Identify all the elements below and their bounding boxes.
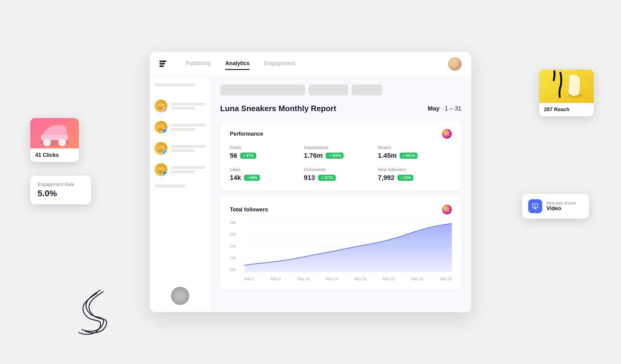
svg-rect-16 bbox=[445, 132, 449, 136]
sidebar-line bbox=[171, 103, 205, 105]
sidebar-lines-1 bbox=[171, 103, 205, 110]
sidebar-item-twitter[interactable]: 𝕏 bbox=[155, 140, 205, 157]
metric-posts: Posts 56 87% bbox=[230, 145, 304, 160]
followers-card: Total followers 26k 25k 24k bbox=[220, 196, 462, 290]
svg-point-8 bbox=[164, 109, 165, 110]
reach-image bbox=[539, 70, 594, 103]
svg-point-20 bbox=[446, 209, 448, 210]
sidebar: f 𝕏 bbox=[150, 76, 210, 312]
engagement-rate-value: 5.0% bbox=[38, 189, 84, 198]
svg-rect-19 bbox=[445, 207, 449, 211]
metric-likes: Likes 14k 58% bbox=[230, 167, 304, 182]
sidebar-lines-2 bbox=[171, 124, 205, 131]
best-post-label: Best type of post bbox=[546, 201, 576, 205]
reach-label: 287 Reach bbox=[539, 103, 594, 116]
svg-point-17 bbox=[446, 133, 448, 134]
clicks-label: 41 Clicks bbox=[30, 148, 79, 162]
svg-point-3 bbox=[59, 139, 66, 146]
instagram-avatar bbox=[155, 100, 167, 112]
metric-badge-likes: 58% bbox=[244, 175, 260, 181]
report-title: Luna Sneakers Monthly Report bbox=[220, 104, 336, 113]
clicks-card: 41 Clicks bbox=[30, 118, 79, 162]
sidebar-line bbox=[171, 170, 195, 173]
metric-comments: Comments 913 107% bbox=[304, 167, 378, 182]
clicks-image bbox=[30, 118, 79, 148]
facebook-badge: f bbox=[162, 128, 167, 134]
twitter-avatar: 𝕏 bbox=[155, 142, 167, 155]
metric-badge-posts: 87% bbox=[240, 153, 256, 159]
sidebar-bottom bbox=[155, 184, 205, 187]
chart-x-labels: May 2 May 6 May 10 May 14 May 18 May 22 … bbox=[244, 277, 452, 281]
logo-icon bbox=[159, 61, 166, 67]
sidebar-line bbox=[171, 124, 205, 127]
svg-rect-7 bbox=[164, 109, 166, 111]
metric-impressions: Impressions 1.76m 305% bbox=[304, 145, 378, 160]
facebook-avatar: f bbox=[155, 121, 167, 134]
metric-badge-reach: 501% bbox=[400, 153, 418, 159]
performance-card: Performance Posts 56 87% bbox=[220, 121, 462, 190]
top-nav: Publishing Analytics Engagement bbox=[150, 52, 471, 76]
report-header: Luna Sneakers Monthly Report May · 1 – 3… bbox=[220, 104, 462, 113]
best-post-card: Best type of post Video bbox=[522, 194, 589, 219]
twitter-badge: 𝕏 bbox=[162, 150, 167, 155]
main-card: Publishing Analytics Engagement bbox=[150, 52, 471, 312]
squiggle-decoration bbox=[67, 284, 133, 340]
chart-area bbox=[244, 220, 452, 272]
sidebar-profile-circle[interactable] bbox=[171, 287, 189, 305]
best-post-value: Video bbox=[546, 205, 576, 212]
followers-title: Total followers bbox=[230, 205, 452, 214]
best-post-text: Best type of post Video bbox=[546, 201, 576, 212]
svg-point-4 bbox=[43, 139, 51, 146]
svg-point-21 bbox=[448, 208, 448, 209]
nav-tabs: Publishing Analytics Engagement bbox=[186, 58, 434, 70]
metric-new-followers: New followers 7,992 20% bbox=[378, 167, 452, 182]
linkedin-badge: in bbox=[162, 171, 167, 176]
metric-badge-impressions: 305% bbox=[326, 153, 344, 159]
performance-ig-icon bbox=[442, 129, 452, 139]
report-date: May · 1 – 31 bbox=[428, 105, 462, 112]
followers-ig-icon bbox=[442, 205, 452, 214]
followers-chart: 26k 25k 24k 23k 22k bbox=[230, 220, 452, 281]
filter-skel-wide bbox=[220, 84, 305, 95]
sidebar-item-facebook[interactable]: f bbox=[155, 118, 205, 136]
tab-analytics[interactable]: Analytics bbox=[225, 58, 250, 70]
avatar[interactable] bbox=[448, 57, 462, 71]
performance-grid: Posts 56 87% Impressions 1.76m 305% bbox=[230, 145, 452, 182]
chart-y-labels: 26k 25k 24k 23k 22k bbox=[230, 220, 236, 272]
sidebar-lines-4 bbox=[171, 166, 205, 173]
sidebar-item-instagram[interactable] bbox=[155, 97, 205, 115]
filter-skel-mid bbox=[309, 84, 348, 95]
svg-rect-27 bbox=[539, 70, 594, 103]
filter-bar bbox=[220, 84, 462, 95]
sidebar-line bbox=[171, 128, 195, 131]
linkedin-avatar: in bbox=[155, 163, 167, 176]
tab-publishing[interactable]: Publishing bbox=[186, 58, 211, 70]
sidebar-item-linkedin[interactable]: in bbox=[155, 161, 205, 178]
main-content: Luna Sneakers Monthly Report May · 1 – 3… bbox=[210, 76, 471, 312]
engagement-rate-label: Engagement Rate bbox=[38, 182, 84, 187]
filter-skel-narrow bbox=[352, 84, 382, 95]
best-post-icon bbox=[528, 199, 542, 213]
tab-engagement[interactable]: Engagement bbox=[264, 58, 295, 70]
sidebar-skel bbox=[155, 184, 185, 187]
instagram-badge bbox=[162, 107, 167, 112]
body-layout: f 𝕏 bbox=[150, 76, 471, 312]
reach-card: 287 Reach bbox=[539, 70, 594, 116]
sidebar-line bbox=[171, 107, 195, 110]
engagement-card: Engagement Rate 5.0% bbox=[30, 176, 91, 204]
sidebar-line bbox=[171, 149, 195, 152]
metric-reach: Reach 1.45m 501% bbox=[378, 145, 452, 160]
performance-title: Performance bbox=[230, 129, 452, 139]
sidebar-line bbox=[171, 166, 205, 169]
sidebar-skeleton-top bbox=[155, 83, 195, 86]
metric-badge-followers: 20% bbox=[398, 175, 413, 181]
sidebar-lines-3 bbox=[171, 145, 205, 152]
svg-point-9 bbox=[166, 109, 166, 109]
sidebar-line bbox=[171, 145, 205, 148]
metric-badge-comments: 107% bbox=[318, 175, 336, 181]
svg-point-18 bbox=[448, 132, 448, 133]
